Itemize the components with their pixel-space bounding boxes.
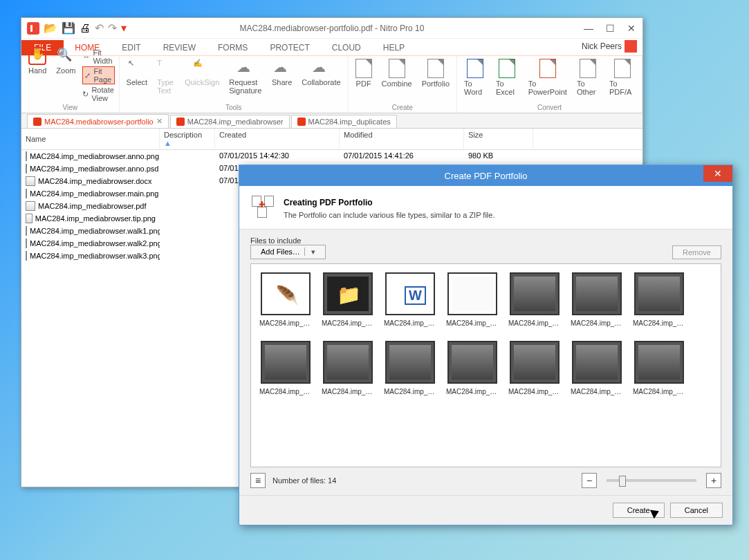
col-size[interactable]: Size: [464, 129, 533, 149]
file-icon: [26, 226, 27, 236]
file-thumbnail[interactable]: MAC284.imp_d...: [633, 272, 685, 327]
cancel-button[interactable]: Cancel: [670, 503, 723, 518]
qat-undo-icon[interactable]: ↶: [95, 21, 104, 35]
close-tab-icon[interactable]: ✕: [156, 117, 163, 126]
file-thumbnail[interactable]: MAC284.imp_d...: [571, 272, 623, 327]
group-tools-label: Tools: [225, 104, 241, 111]
zoom-slider[interactable]: [607, 479, 696, 482]
col-description[interactable]: Description ▲: [160, 129, 215, 149]
document-tab[interactable]: MAC284.imp_duplicates: [291, 115, 397, 128]
to-excel-button[interactable]: To Excel: [493, 57, 521, 97]
thumbnail-area[interactable]: MAC284.imp_d...MAC284.imp_d...MAC284.imp…: [250, 263, 721, 467]
to-other-button[interactable]: To Other: [574, 57, 602, 97]
user-avatar-icon: [625, 40, 637, 53]
portfolio-button[interactable]: Portfolio: [419, 57, 452, 89]
file-icon: [26, 214, 33, 223]
file-thumbnail[interactable]: MAC284.imp_d...: [571, 341, 623, 395]
pdf-icon: [176, 118, 185, 126]
create-button[interactable]: Create: [613, 503, 665, 518]
file-thumbnail[interactable]: MAC284.imp_d...: [508, 272, 561, 327]
pdf-icon: [33, 118, 41, 126]
quick-access-toolbar: 📂 💾 🖨 ↶ ↷ ▾: [21, 21, 127, 35]
create-portfolio-dialog: Create PDF Portfolio ✕ Creating PDF Port…: [239, 165, 733, 525]
col-created[interactable]: Created: [215, 129, 340, 149]
type-text-button[interactable]: TType Text: [154, 57, 178, 96]
col-modified[interactable]: Modified: [340, 129, 464, 149]
col-name[interactable]: Name: [21, 129, 160, 149]
dialog-close-button[interactable]: ✕: [703, 165, 732, 182]
qat-open-icon[interactable]: 📂: [44, 21, 57, 35]
to-word-button[interactable]: To Word: [461, 57, 489, 97]
file-thumbnail[interactable]: MAC284.imp_d...: [384, 341, 436, 395]
tab-protect[interactable]: PROTECT: [259, 40, 320, 55]
file-thumbnail[interactable]: MAC284.imp_d...: [259, 341, 312, 395]
file-icon: [26, 239, 27, 248]
pdf-icon: [297, 118, 306, 126]
pdf-button[interactable]: PDF: [353, 57, 375, 89]
file-row[interactable]: MAC284.imp_mediabrowser.anno.png07/01/20…: [21, 150, 642, 162]
rotate-view-button[interactable]: ↻ Rotate View: [82, 86, 114, 102]
to-powerpoint-button[interactable]: To PowerPoint: [526, 57, 570, 97]
dialog-heading: Creating PDF Portfolio: [284, 198, 373, 207]
ribbon-body: Hand Zoom ↔ Fit Width ⤢ Fit Page ↻ Rotat…: [21, 55, 642, 113]
remove-button[interactable]: Remove: [672, 245, 721, 259]
dialog-titlebar[interactable]: Create PDF Portfolio ✕: [239, 165, 732, 186]
dialog-title-text: Create PDF Portfolio: [445, 171, 528, 181]
file-thumbnail[interactable]: MAC284.imp_d...: [508, 341, 561, 395]
document-tab[interactable]: MAC284.mediabrowser-portfolio✕: [27, 114, 169, 128]
file-thumbnail[interactable]: MAC284.imp_d...: [384, 272, 436, 327]
file-thumbnail[interactable]: MAC284.imp_d...: [259, 272, 312, 327]
file-thumbnail[interactable]: MAC284.imp_d...: [446, 341, 499, 395]
file-icon: [26, 151, 27, 161]
user-area[interactable]: Nick Peers: [576, 37, 642, 55]
qat-redo-icon[interactable]: ↷: [108, 21, 117, 35]
dialog-subtext: The Portfolio can include various file t…: [284, 211, 495, 219]
file-count-label: Number of files: 14: [272, 476, 336, 485]
qat-save-icon[interactable]: 💾: [62, 21, 75, 35]
to-pdfa-button[interactable]: To PDF/A: [607, 57, 638, 97]
collaborate-button[interactable]: Collaborate: [299, 57, 343, 88]
combine-button[interactable]: Combine: [379, 57, 415, 89]
fit-page-button[interactable]: ⤢ Fit Page: [82, 66, 114, 84]
share-button[interactable]: Share: [269, 57, 295, 88]
tab-edit[interactable]: EDIT: [111, 40, 151, 55]
close-button[interactable]: ✕: [627, 23, 636, 34]
group-convert-label: Convert: [537, 104, 562, 111]
file-icon: [26, 251, 27, 261]
add-files-button[interactable]: Add Files…: [250, 245, 326, 259]
qat-more-icon[interactable]: ▾: [121, 21, 127, 35]
files-to-include-label: Files to include: [250, 236, 721, 245]
tab-forms[interactable]: FORMS: [207, 40, 259, 55]
select-button[interactable]: ↖Select: [124, 57, 151, 88]
maximize-button[interactable]: ☐: [606, 23, 615, 34]
fit-width-button[interactable]: ↔ Fit Width: [82, 48, 114, 65]
file-thumbnail[interactable]: MAC284.imp_d...: [322, 341, 374, 395]
quicksign-button[interactable]: ✍QuickSign: [182, 57, 222, 88]
zoom-in-button[interactable]: +: [706, 473, 721, 488]
file-thumbnail[interactable]: MAC284.imp_d...: [322, 272, 374, 327]
file-icon: [26, 201, 35, 211]
request-signature-button[interactable]: Request Signature: [226, 57, 265, 96]
tab-review[interactable]: REVIEW: [152, 40, 207, 55]
document-tab[interactable]: MAC284.imp_mediabrowser: [170, 115, 290, 128]
zoom-out-button[interactable]: −: [582, 473, 597, 488]
file-thumbnail[interactable]: MAC284.imp_d...: [446, 272, 499, 327]
file-list-header: Name Description ▲ Created Modified Size: [21, 129, 642, 150]
minimize-button[interactable]: —: [584, 23, 593, 34]
file-thumbnail[interactable]: MAC284.imp_d...: [633, 341, 685, 395]
file-icon: [26, 164, 27, 174]
window-title: MAC284.mediabrowser-portfolio.pdf - Nitr…: [240, 24, 425, 33]
zoom-button[interactable]: Zoom: [53, 46, 78, 76]
tab-help[interactable]: HELP: [372, 40, 416, 55]
qat-print-icon[interactable]: 🖨: [80, 22, 91, 35]
hand-tool-button[interactable]: Hand: [26, 46, 49, 76]
file-icon: [26, 189, 27, 198]
group-create-label: Create: [392, 104, 413, 111]
file-icon: [26, 176, 35, 186]
titlebar: 📂 💾 🖨 ↶ ↷ ▾ MAC284.mediabrowser-portfoli…: [21, 18, 642, 39]
tab-cloud[interactable]: CLOUD: [321, 40, 372, 55]
portfolio-icon: [252, 196, 274, 218]
app-logo-icon: [27, 22, 39, 35]
list-view-toggle[interactable]: ≡: [250, 473, 266, 488]
document-tabs: MAC284.mediabrowser-portfolio✕MAC284.imp…: [21, 113, 642, 129]
